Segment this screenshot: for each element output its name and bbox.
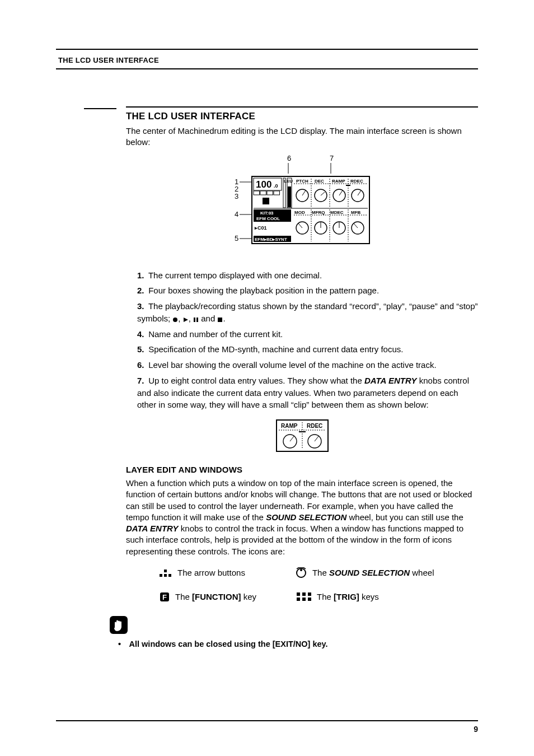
svg-rect-66 [308, 592, 311, 596]
callout-7: 7 [330, 154, 334, 162]
synth-line: EFM▸BD▸SYNT [255, 237, 287, 242]
lcd-figure: 6 7 1 2 3 4 5 100 .0 [221, 154, 383, 260]
svg-rect-69 [308, 598, 311, 601]
section-title: THE LCD USER INTERFACE [126, 111, 478, 122]
svg-rect-10 [274, 191, 280, 195]
svg-rect-56 [160, 574, 162, 577]
arrows-label: The arrow buttons [177, 568, 245, 577]
svg-rect-7 [254, 191, 260, 195]
section-rule-left [84, 108, 116, 109]
note-line: • All windows can be closed using the [E… [118, 640, 478, 648]
play-icon [183, 317, 189, 323]
icon-row: F The [FUNCTION] key The [TRIG] keys [160, 592, 478, 602]
svg-point-61 [300, 569, 302, 571]
p-mdec: MDEC [330, 210, 344, 215]
rule-bottom [56, 720, 478, 721]
p-leu: LEU [284, 179, 293, 184]
callout-6: 6 [287, 154, 291, 162]
svg-line-25 [321, 192, 325, 195]
svg-point-43 [173, 318, 177, 322]
subheading: LAYER EDIT AND WINDOWS [126, 465, 478, 474]
wheel-cell: The SOUND SELECTION wheel [296, 567, 434, 578]
intro-paragraph: The center of Machinedrum editing is the… [126, 125, 478, 148]
svg-marker-44 [184, 318, 188, 322]
list-item: 6. Level bar showing the overall volume … [137, 359, 478, 371]
lcd-tempo: 100 [256, 179, 271, 190]
seq-line: ▸C01 [254, 225, 267, 231]
p-ramp: RAMP [332, 179, 345, 184]
callout-5: 5 [235, 234, 238, 242]
running-head: THE LCD USER INTERFACE [58, 56, 159, 64]
svg-rect-45 [194, 318, 195, 322]
record-icon [172, 317, 178, 323]
list-item: 5. Specification of the MD-synth, machin… [137, 343, 478, 356]
trig-icon [297, 592, 311, 601]
pause-icon [193, 317, 199, 323]
list-item: 3. The playback/recording status shown b… [137, 300, 478, 325]
arrows-icon [160, 568, 172, 577]
callout-3: 3 [235, 192, 238, 200]
wheel-icon [296, 567, 307, 578]
icon-grid: The arrow buttons The SOUND SELECTION wh… [160, 567, 478, 602]
clip-b: RDEC [307, 423, 322, 429]
svg-rect-9 [267, 191, 273, 195]
p-mfb: MFB [351, 210, 361, 215]
svg-line-24 [302, 190, 306, 195]
svg-rect-47 [218, 318, 222, 322]
numbered-list: 1. The current tempo displayed with one … [126, 269, 478, 412]
page: THE LCD USER INTERFACE THE LCD USER INTE… [0, 0, 534, 756]
trig-cell: The [TRIG] keys [297, 592, 379, 601]
list-item: 2. Four boxes showing the playback posit… [137, 284, 478, 297]
layer-paragraph: When a function which puts a window on t… [126, 478, 478, 557]
svg-rect-67 [297, 598, 300, 601]
content: THE LCD USER INTERFACE The center of Mac… [126, 106, 478, 648]
svg-rect-8 [260, 191, 266, 195]
function-cell: F The [FUNCTION] key [160, 592, 256, 602]
section-rule-right [126, 106, 478, 108]
svg-text:F: F [162, 593, 167, 601]
svg-rect-14 [288, 186, 291, 207]
svg-line-41 [354, 223, 358, 228]
function-icon: F [160, 592, 170, 602]
p-dec: DEC [315, 179, 324, 184]
p-ptch: PTCH [296, 179, 308, 184]
icon-row: The arrow buttons The SOUND SELECTION wh… [160, 567, 478, 578]
arrows-cell: The arrow buttons [160, 568, 245, 577]
page-number: 9 [474, 725, 478, 734]
svg-rect-46 [196, 318, 198, 322]
list-item: 4. Name and number of the current kit. [137, 328, 478, 340]
rule-top-2 [56, 68, 478, 69]
callout-4: 4 [235, 210, 238, 218]
kit-line1: KIT:03 [260, 211, 274, 216]
svg-rect-65 [302, 592, 306, 596]
svg-line-26 [339, 190, 343, 195]
svg-rect-57 [164, 570, 167, 572]
p-mod: MOD [294, 210, 305, 215]
list-item: 1. The current tempo displayed with one … [137, 269, 478, 282]
clip-figure: RAMP RDEC [274, 418, 330, 454]
p-rdec: RDEC [350, 179, 363, 184]
clip-a: RAMP [281, 423, 298, 429]
svg-rect-64 [297, 592, 300, 596]
p-mfrq: MFRQ [312, 210, 325, 215]
svg-rect-59 [168, 574, 171, 577]
svg-rect-68 [302, 598, 306, 601]
svg-line-27 [358, 190, 361, 195]
svg-line-38 [298, 223, 302, 228]
lcd-tempo-dec: .0 [274, 183, 278, 189]
rule-top-1 [56, 49, 478, 50]
stop-icon [217, 317, 223, 323]
kit-line2: EFM COOL [256, 216, 280, 221]
svg-rect-11 [263, 198, 269, 204]
pointing-hand-icon [109, 615, 128, 634]
list-item: 7. Up to eight control data entry values… [137, 375, 478, 411]
svg-rect-58 [164, 574, 167, 577]
